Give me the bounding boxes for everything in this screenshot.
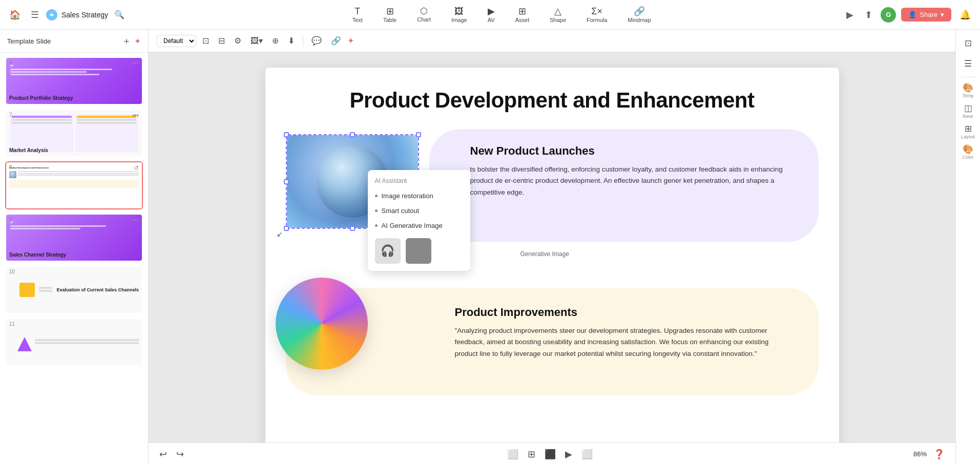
menu-item-restoration[interactable]: Image restoration (368, 188, 470, 203)
handle-bm[interactable] (350, 226, 355, 231)
slide-mini-label-6: 02 (10, 64, 138, 67)
mindmap-icon: 🔗 (634, 7, 645, 16)
slide-options-6[interactable]: ••• (132, 60, 139, 67)
slide-number-11: 11 (9, 321, 15, 327)
text-icon: T (355, 7, 360, 16)
color-label: Color (963, 155, 974, 160)
resize-icon-btn[interactable]: ⊟ (215, 34, 228, 48)
tool-shape[interactable]: △ Shape (546, 5, 570, 25)
ai-magic-button[interactable]: ✦ (347, 36, 354, 46)
expand-icon[interactable]: ⬜ (579, 447, 595, 461)
upload-icon[interactable]: ⬆ (862, 7, 875, 23)
slide-mini-label-9: 03 (10, 221, 138, 224)
comment-icon[interactable]: 💬 (308, 34, 325, 48)
cutout-icon[interactable]: ⊕ (269, 34, 282, 48)
handle-tm[interactable] (350, 132, 355, 137)
handle-tr[interactable] (416, 132, 421, 137)
settings-icon[interactable]: ⚙ (231, 34, 244, 48)
slide-number-9: 9 (9, 217, 12, 222)
dot-icon (375, 224, 378, 227)
table-icon: ⊞ (386, 7, 394, 16)
play-view-icon[interactable]: ▶ (562, 447, 575, 461)
bell-icon[interactable]: 🔔 (956, 7, 974, 23)
tool-formula[interactable]: Σ× Formula (582, 5, 611, 25)
tool-mindmap[interactable]: 🔗 Mindmap (623, 5, 655, 25)
download-icon[interactable]: ⬇ (285, 34, 298, 48)
search-icon[interactable]: 🔍 (112, 8, 127, 22)
slide-options-9[interactable]: ••• (132, 217, 139, 224)
undo-icon[interactable]: ↩ (157, 447, 170, 461)
sidebar-title: Template Slide (7, 37, 51, 45)
image-filter-icon[interactable]: 🖼▾ (247, 34, 266, 48)
ai-menu-header: AI Assistant (368, 175, 470, 188)
share-button[interactable]: 👤 Share ▾ (901, 8, 951, 22)
play-icon[interactable]: ▶ (843, 7, 857, 23)
rs-icon-top2[interactable]: ☰ (959, 54, 977, 73)
rs-color-btn[interactable]: 🎨 Color (959, 143, 977, 161)
grid-view-icon[interactable]: ⊞ (525, 447, 538, 461)
tool-av[interactable]: ▶ AV (484, 5, 499, 25)
menu-item-generative[interactable]: AI Generative Image (368, 218, 470, 233)
crop-icon[interactable]: ⊡ (199, 34, 212, 48)
menu-icon[interactable]: ☰ (28, 7, 42, 23)
menu-item-cutout[interactable]: Smart cutout (368, 203, 470, 218)
record-icon[interactable]: ⬛ (542, 447, 558, 461)
temp-icon: 🎨 (963, 83, 973, 92)
mini-shape-10 (19, 283, 35, 297)
zoom-level: 86% (913, 450, 927, 458)
rs-base-btn[interactable]: ◫ Base (959, 102, 977, 120)
layout-icon: ⊞ (965, 124, 972, 133)
asset-icon: ⊞ (518, 7, 526, 16)
home-icon[interactable]: 🏠 (6, 7, 24, 23)
slide-number-10: 10 (9, 269, 15, 274)
main-area: Template Slide ＋ ✦ 6 ••• 02 Produ (0, 30, 980, 465)
style-select[interactable]: Default (157, 35, 196, 47)
slide-thumb-6[interactable]: 6 ••• 02 Product Portfolio Strategy (5, 57, 143, 105)
generative-image-label: Generative Image (516, 249, 573, 259)
tool-text[interactable]: T Text (348, 5, 367, 25)
dot-icon (375, 195, 378, 197)
bottom-bar: ↩ ↪ ⬜ ⊞ ⬛ ▶ ⬜ 86% ❓ (149, 442, 955, 465)
ai-star-button[interactable]: ✦ (134, 35, 141, 47)
add-slide-button[interactable]: ＋ (122, 35, 131, 47)
rs-layout-btn[interactable]: ⊞ Layout (959, 122, 977, 141)
slide-thumb-7[interactable]: 7 ••• Market Ana (5, 109, 143, 157)
link-icon[interactable]: 🔗 (328, 34, 344, 48)
rs-temp-btn[interactable]: 🎨 Temp (959, 81, 977, 100)
avatar: G (881, 7, 896, 23)
av-icon: ▶ (488, 7, 495, 16)
top-bar-center: T Text ⊞ Table ⬡ Chart 🖼 Image ▶ AV ⊞ As… (164, 5, 839, 25)
redo-icon[interactable]: ↪ (174, 447, 186, 461)
rs-icon-top1[interactable]: ⊡ (959, 34, 977, 52)
color-icon: 🎨 (963, 145, 973, 154)
slide-options-8[interactable]: ↺ (134, 164, 139, 172)
shape-icon: △ (554, 7, 561, 16)
base-label: Base (963, 114, 973, 119)
slide-thumb-11[interactable]: 11 (5, 318, 143, 366)
table-view-icon[interactable]: ⬜ (505, 447, 521, 461)
slide-thumb-9[interactable]: 9 ••• 03 Sales Channel Strategy (5, 214, 143, 262)
slide-number-7: 7 (9, 112, 12, 118)
chevron-down-icon: ▾ (941, 11, 944, 18)
slide-title: Product Development and Enhancement (265, 68, 839, 128)
slide-thumb-10[interactable]: 10 Evaluation of Current Sales Channels (5, 266, 143, 314)
tool-image[interactable]: 🖼 Image (447, 5, 471, 25)
mini-lines-10 (39, 287, 52, 293)
handle-tl[interactable] (284, 132, 289, 137)
slide-thumb-8[interactable]: 8 ↺ Product Development and Enhancement (5, 161, 143, 209)
tool-asset[interactable]: ⊞ Asset (511, 5, 534, 25)
tool-chart[interactable]: ⬡ Chart (413, 5, 435, 25)
formula-icon: Σ× (591, 7, 602, 16)
divider (303, 35, 303, 47)
help-icon[interactable]: ❓ (931, 447, 947, 461)
tool-table[interactable]: ⊞ Table (379, 5, 401, 25)
slide-options-7[interactable]: ••• (132, 112, 139, 119)
handle-bl[interactable] (284, 226, 289, 231)
top-bar: 🏠 ☰ Sales Strategy 🔍 T Text ⊞ Table ⬡ Ch… (0, 0, 980, 30)
new-product-section: New Product Launches ts bolster the dive… (429, 129, 819, 242)
context-preview: 🎧 (368, 233, 470, 266)
bottom-bar-center: ⬜ ⊞ ⬛ ▶ ⬜ (505, 447, 595, 461)
handle-ml[interactable] (284, 179, 289, 184)
mini-bar (10, 69, 112, 70)
mini-col (75, 114, 138, 152)
